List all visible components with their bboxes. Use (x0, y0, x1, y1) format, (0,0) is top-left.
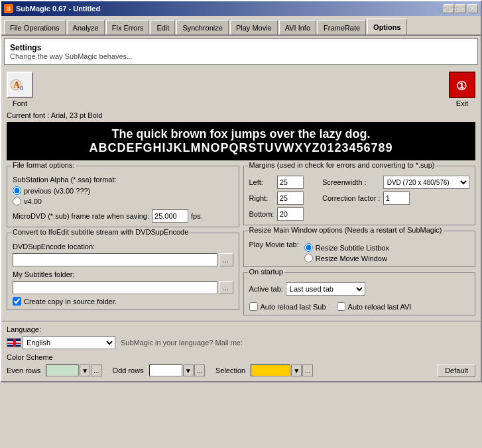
even-rows-label: Even rows (7, 366, 40, 374)
font-icon: A a (7, 72, 33, 98)
options-body: File format options: SubStation Alpha (*… (1, 166, 481, 321)
file-format-label: File format options: (11, 161, 76, 169)
bottom-label: Bottom: (249, 210, 274, 218)
correction-input[interactable] (383, 192, 410, 205)
tab-framerate[interactable]: FrameRate (318, 20, 366, 34)
tab-play-movie[interactable]: Play Movie (230, 20, 278, 34)
tab-options[interactable]: Options (367, 19, 407, 34)
preview-box: The quick brown fox jumps over the lazy … (7, 122, 475, 160)
settings-description: Change the way SubMagic behaves... (10, 52, 472, 60)
preview-line1: The quick brown fox jumps over the lazy … (12, 127, 470, 141)
odd-rows-label: Odd rows (113, 366, 144, 374)
right-column: Margins (used in check for errors and co… (243, 166, 476, 315)
settings-header: Settings Change the way SubMagic behaves… (4, 38, 478, 65)
language-group-label: Language: (7, 325, 475, 333)
autoreload-avi-checkbox[interactable] (337, 302, 345, 311)
screenwidth-label: Screenwidth : (322, 178, 381, 186)
dvdsup-browse-button[interactable]: ... (219, 253, 233, 266)
resize-group: Resize Main Window options (Needs a rest… (243, 231, 476, 267)
correction-label: Correction factor : (322, 194, 381, 202)
autoreload-avi-label: Auto reload last AVI (348, 303, 412, 311)
current-font-label: Current font : (7, 111, 49, 119)
window-title: SubMagic 0.67 - Untitled (16, 5, 100, 13)
even-rows-more[interactable]: ... (91, 364, 101, 376)
tab-bar: File Operations Analyze Fix Errors Edit … (1, 16, 481, 36)
screenwidth-select[interactable]: DVD (720 x 480/576) (383, 176, 469, 189)
left-label: Left: (249, 178, 274, 186)
create-copy-checkbox[interactable] (13, 297, 21, 306)
right-label: Right: (249, 194, 274, 202)
left-input[interactable] (277, 176, 304, 189)
resize-option1: Resize Subtitle Listbox (316, 244, 389, 252)
subtitles-folder-input[interactable] (13, 281, 217, 294)
settings-title: Settings (10, 43, 472, 52)
exit-label: Exit (456, 99, 468, 107)
ssa-radio-v4[interactable] (13, 197, 21, 205)
tab-analyze[interactable]: Analyze (67, 20, 105, 34)
odd-rows-dropdown[interactable]: ▼ (183, 364, 194, 376)
create-copy-label: Create copy in source folder. (24, 298, 117, 306)
active-tab-select[interactable]: Last used tab (286, 282, 365, 296)
color-scheme-section: Color Scheme Even rows ▼ ... Odd rows ▼ … (7, 353, 475, 377)
font-button[interactable]: A a Font (7, 72, 33, 107)
startup-group: On startup Active tab: Last used tab Aut… (243, 272, 476, 315)
margins-label: Margins (used in check for errors and co… (248, 161, 436, 169)
bottom-bar: Language: English SubMagic in your langu… (1, 321, 481, 381)
tab-synchronize[interactable]: Synchronize (176, 20, 229, 34)
resize-option2: Resize Movie Window (316, 254, 387, 262)
exit-button[interactable]: ① Exit (449, 72, 475, 107)
tab-avi-info[interactable]: AVI Info (279, 20, 316, 34)
tab-file-operations[interactable]: File Operations (4, 20, 66, 34)
default-button[interactable]: Default (438, 364, 475, 377)
tab-fix-errors[interactable]: Fix Errors (106, 20, 150, 34)
fps-label: fps. (191, 212, 203, 220)
dvdsup-location-label: DVDSupEncode location: (13, 243, 233, 251)
odd-rows-swatch (149, 364, 182, 376)
language-select[interactable]: English (23, 336, 115, 349)
font-label: Font (13, 99, 27, 107)
color-scheme-label: Color Scheme (7, 353, 475, 361)
dvdsup-group: Convert to IfoEdit subtitle stream with … (7, 233, 239, 310)
startup-label: On startup (248, 268, 284, 276)
dvdsup-label: Convert to IfoEdit subtitle stream with … (11, 228, 190, 236)
ssa-radio-prev[interactable] (13, 186, 21, 195)
margins-group: Margins (used in check for errors and co… (243, 166, 476, 225)
file-format-group: File format options: SubStation Alpha (*… (7, 166, 239, 227)
selection-more[interactable]: ... (302, 364, 313, 376)
active-tab-label: Active tab: (249, 285, 283, 293)
toolbar: A a Font ① Exit (1, 68, 481, 111)
even-rows-dropdown[interactable]: ▼ (80, 364, 90, 376)
autoreload-sub-checkbox[interactable] (249, 302, 258, 311)
bottom-input[interactable] (277, 207, 304, 221)
ssa-option-prev: previous (v3.00 ???) (24, 187, 90, 195)
softpedia-watermark: SOFTPEDIA (438, 7, 475, 14)
resize-radio-movie[interactable] (304, 254, 313, 262)
resize-label: Resize Main Window options (Needs a rest… (248, 226, 444, 234)
autoreload-sub-label: Auto reload last Sub (261, 303, 326, 311)
selection-label: Selection (215, 366, 245, 374)
tab-edit[interactable]: Edit (151, 20, 175, 34)
current-font-value: Arial, 23 pt Bold (51, 111, 103, 119)
right-input[interactable] (277, 192, 304, 205)
microdvd-label: MicroDVD (*.sub) frame rate when saving: (13, 212, 149, 220)
flag-icon (7, 338, 21, 347)
ssa-option-v4: v4.00 (24, 197, 42, 205)
left-column: File format options: SubStation Alpha (*… (7, 166, 239, 315)
current-font-row: Current font : Arial, 23 pt Bold (1, 111, 481, 122)
title-bar: S SubMagic 0.67 - Untitled _ □ ✕ (1, 1, 481, 16)
dvdsup-location-input[interactable] (13, 253, 217, 266)
mail-text: SubMagic in your language? Mail me: (121, 339, 243, 347)
subtitles-folder-label: My Subtitles folder: (13, 270, 233, 278)
language-section: Language: English SubMagic in your langu… (7, 325, 475, 349)
selection-swatch (251, 364, 290, 376)
svg-text:①: ① (456, 80, 467, 93)
app-icon: S (4, 4, 13, 13)
resize-radio-listbox[interactable] (304, 243, 313, 252)
svg-text:a: a (20, 83, 24, 92)
playmovie-tab-label: Play Movie tab: (249, 241, 299, 249)
ssa-label: SubStation Alpha (*.ssa) format: (13, 176, 117, 184)
odd-rows-more[interactable]: ... (194, 364, 205, 376)
selection-dropdown[interactable]: ▼ (291, 364, 302, 376)
microdvd-fps-input[interactable] (152, 209, 188, 223)
subtitles-browse-button[interactable]: ... (219, 281, 233, 294)
